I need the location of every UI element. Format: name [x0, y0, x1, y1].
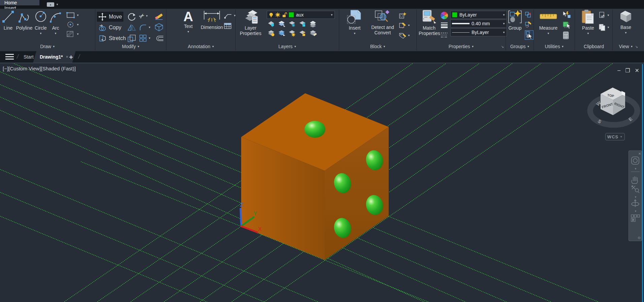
properties-dialog-launcher[interactable]: ↘: [501, 45, 504, 48]
orbit-icon[interactable]: [632, 200, 639, 207]
edit-block-button[interactable]: ▼: [398, 22, 410, 29]
leader-icon: [224, 12, 232, 19]
trim-button[interactable]: ✂ ▼: [139, 12, 148, 20]
dice-solid[interactable]: [241, 93, 389, 260]
mirror-icon[interactable]: [127, 24, 136, 32]
panel-label-groups[interactable]: Groups ▼: [506, 44, 534, 49]
line-button[interactable]: Line: [1, 9, 15, 31]
layer-delete-icon[interactable]: [309, 30, 317, 37]
block-attributes-button[interactable]: ▼: [398, 32, 410, 39]
panel-label-annotation[interactable]: Annotation ▼: [166, 44, 236, 49]
viewport-label[interactable]: [−][Custom View][Shaded (Fast)]: [3, 66, 76, 71]
nav-wheel-icon[interactable]: [632, 157, 639, 164]
minimize-icon[interactable]: –: [617, 67, 620, 74]
copy-clip-button[interactable]: ▼: [599, 24, 610, 31]
layer-isolate-icon[interactable]: [278, 20, 286, 27]
insert-button[interactable]: Insert ▼: [345, 9, 364, 36]
group-button[interactable]: Group: [507, 9, 523, 31]
panel-label-properties[interactable]: Properties ▼: [417, 44, 506, 49]
panel-label-modify[interactable]: Modify ▼: [95, 44, 166, 49]
measure-button[interactable]: Measure ▼: [538, 9, 559, 36]
move-button[interactable]: Move: [98, 13, 122, 21]
viewcube[interactable]: W S E TOP FRONT RIGHT: [590, 88, 637, 125]
panel-label-layers[interactable]: Layers ▼: [236, 44, 339, 49]
detect-convert-button[interactable]: Detect and Convert: [368, 9, 397, 35]
layer-off-icon[interactable]: [267, 20, 276, 27]
quick-calc-button[interactable]: [562, 31, 570, 40]
linetype-dropdown[interactable]: ByLayer ▼: [450, 28, 507, 36]
create-block-button[interactable]: [398, 11, 407, 19]
rectangle-icon: [66, 11, 75, 19]
layer-freeze-tool-icon[interactable]: [288, 20, 296, 27]
group-edit-button[interactable]: [525, 21, 532, 28]
tab-close-icon[interactable]: ×: [66, 55, 68, 59]
line-icon: [2, 9, 14, 24]
array-button[interactable]: ▼: [139, 34, 151, 42]
color-wheel-icon[interactable]: [440, 11, 448, 20]
panel-label-draw[interactable]: Draw ▼: [0, 44, 95, 49]
rotate-icon[interactable]: [127, 13, 136, 21]
wcs-selector[interactable]: WCS▼: [605, 133, 625, 140]
nav-wheel-caret[interactable]: ▼: [634, 167, 637, 170]
orbit-caret[interactable]: ▼: [634, 210, 637, 213]
offset-icon[interactable]: [155, 35, 164, 42]
group-selection-toggle[interactable]: [525, 30, 534, 40]
stretch-button[interactable]: Stretch: [98, 34, 126, 42]
view-dialog-launcher[interactable]: ↘: [635, 45, 638, 48]
color-dropdown[interactable]: ByLayer ▼: [450, 11, 507, 19]
layer-unlock-icon[interactable]: [299, 30, 307, 37]
ellipse-button[interactable]: ▼: [66, 21, 79, 28]
erase-icon[interactable]: [155, 12, 163, 20]
panel-label-clipboard[interactable]: Clipboard: [575, 44, 613, 49]
arc-button[interactable]: Arc ▼: [49, 9, 63, 36]
layer-properties-button[interactable]: Layer Properties: [238, 9, 263, 36]
viewport-window-controls: – ❐ ✕: [617, 67, 639, 74]
layer-on2-icon[interactable]: [267, 30, 276, 37]
polyline-button[interactable]: Polyline: [15, 9, 33, 31]
zoom-caret[interactable]: ▼: [634, 196, 637, 199]
layer-thaw-icon[interactable]: [278, 30, 286, 37]
layer-dropdown[interactable]: aux ▼: [267, 11, 335, 19]
new-tab-button[interactable]: +: [69, 54, 73, 61]
panel-label-utilities[interactable]: Utilities ▼: [534, 44, 575, 49]
paste-button[interactable]: Paste ▼: [579, 9, 597, 36]
match-properties-button[interactable]: Match Properties: [419, 9, 440, 36]
menu-icon[interactable]: [5, 54, 14, 60]
table-button[interactable]: [224, 22, 232, 30]
dimension-button[interactable]: Dimension: [199, 9, 224, 30]
explode-icon[interactable]: [155, 23, 163, 32]
lineweight-icon[interactable]: [440, 22, 448, 29]
drawing-viewport[interactable]: Z Y X W S E TOP FRONT RIGHT [−][Custom V…: [0, 63, 644, 302]
layer-sun-icon[interactable]: [288, 30, 296, 37]
quick-select-button[interactable]: [562, 11, 571, 19]
layer-color-swatch[interactable]: [289, 12, 294, 18]
layer-match-icon[interactable]: [309, 20, 317, 27]
ribbon-tab[interactable]: Home: [0, 0, 39, 5]
ungroup-button[interactable]: x: [525, 11, 532, 19]
scale-icon[interactable]: [127, 34, 136, 42]
close-icon[interactable]: ✕: [635, 67, 639, 74]
hatch-button[interactable]: ▼: [66, 30, 79, 38]
ribbon-collapse-control[interactable]: ▲ ▼: [47, 0, 59, 9]
select-similar-button[interactable]: [562, 21, 571, 29]
copy-button[interactable]: Copy: [98, 24, 121, 32]
copy-icon: [98, 24, 106, 32]
lineweight-dropdown[interactable]: 0.40 mm ▼: [450, 20, 507, 28]
zoom-icon[interactable]: [632, 186, 639, 193]
cut-button[interactable]: ✂ ▼: [599, 11, 610, 19]
circle-button[interactable]: Circle ▼: [33, 9, 49, 36]
linetype-icon[interactable]: [440, 32, 448, 39]
navbar-close-icon[interactable]: ✕: [638, 152, 641, 156]
rectangle-button[interactable]: ▼: [66, 11, 79, 19]
pan-icon[interactable]: [632, 176, 638, 183]
navigation-bar-icons: ✕ ▼ ▼ ▼: [629, 151, 642, 241]
text-button[interactable]: A Text ▼: [180, 9, 197, 35]
navbar-customize-icon[interactable]: ⊖: [638, 236, 641, 240]
restore-icon[interactable]: ❐: [625, 67, 630, 74]
showmotion-icon[interactable]: [631, 215, 640, 222]
fillet-button[interactable]: ▼: [139, 24, 151, 31]
leader-button[interactable]: ▼: [224, 12, 236, 19]
panel-label-block[interactable]: Block ▼: [339, 44, 417, 49]
base-button[interactable]: Base ▼: [617, 9, 634, 36]
layer-lock-tool-icon[interactable]: [299, 20, 307, 27]
